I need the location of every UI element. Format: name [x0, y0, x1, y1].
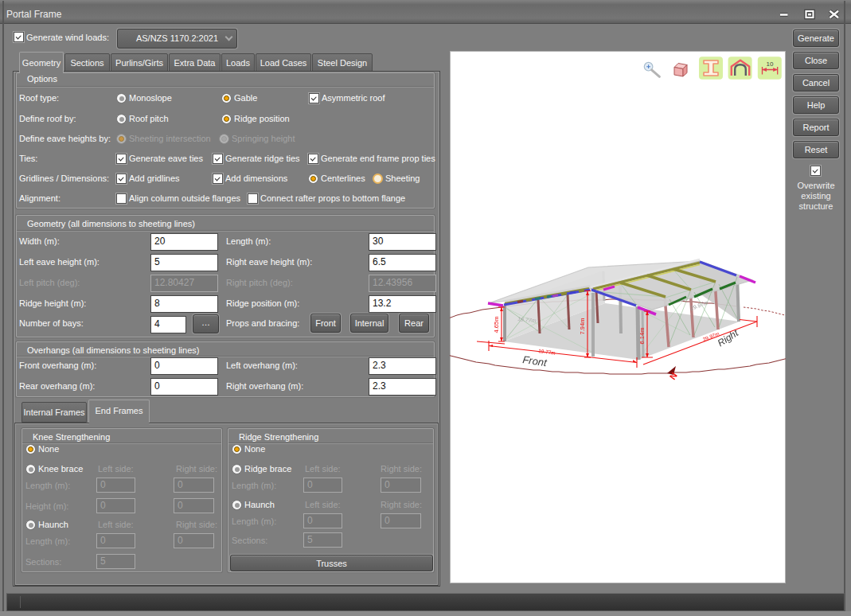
- svg-text:19.77m: 19.77m: [538, 348, 556, 356]
- svg-text:6.14m: 6.14m: [638, 328, 646, 345]
- svg-text:Right: Right: [716, 327, 741, 349]
- svg-text:10: 10: [767, 60, 774, 68]
- svg-text:Front: Front: [522, 353, 549, 368]
- svg-text:7.94m: 7.94m: [579, 318, 586, 335]
- svg-text:4.65m: 4.65m: [493, 317, 500, 333]
